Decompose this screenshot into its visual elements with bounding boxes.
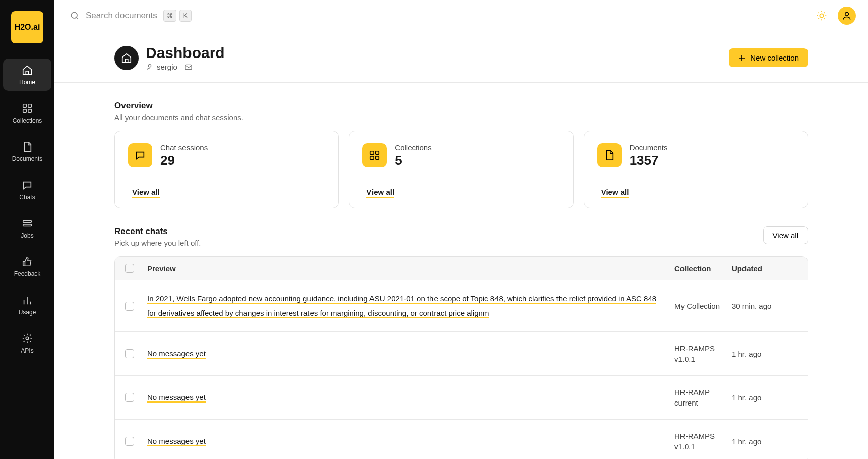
chat-preview-link[interactable]: No messages yet <box>147 393 206 403</box>
svg-rect-14 <box>370 156 374 159</box>
column-header-preview: Preview <box>147 264 674 273</box>
view-all-link[interactable]: View all <box>132 188 160 198</box>
sidebar-item-apis[interactable]: APIs <box>3 327 51 359</box>
card-chat-sessions: Chat sessions 29 View all <box>114 131 339 208</box>
new-collection-button[interactable]: New collection <box>729 48 808 67</box>
card-documents: Documents 1357 View all <box>584 131 808 208</box>
sun-icon <box>816 10 827 21</box>
row-checkbox[interactable] <box>125 349 134 358</box>
view-all-link[interactable]: View all <box>601 188 629 198</box>
grid-icon <box>22 103 33 114</box>
table-row: No messages yet HR-RAMPS v1.0.1 1 hr. ag… <box>115 332 808 376</box>
recent-chats-section: Recent chats Pick up where you left off.… <box>93 208 829 459</box>
view-all-link[interactable]: View all <box>366 188 394 198</box>
chat-preview-link[interactable]: No messages yet <box>147 349 206 359</box>
brand-logo[interactable]: H2O.ai <box>11 11 43 43</box>
card-value: 1357 <box>630 153 668 168</box>
chat-icon <box>135 150 146 161</box>
svg-rect-12 <box>370 151 374 154</box>
svg-rect-4 <box>23 221 32 223</box>
card-collections: Collections 5 View all <box>349 131 573 208</box>
table-row: No messages yet HR-RAMP current 1 hr. ag… <box>115 376 808 420</box>
user-avatar[interactable] <box>838 7 856 25</box>
document-icon <box>22 141 33 152</box>
sidebar-item-collections[interactable]: Collections <box>3 97 51 129</box>
mail-icon <box>184 63 193 71</box>
column-header-updated: Updated <box>732 264 797 273</box>
jobs-icon <box>22 218 33 229</box>
card-value: 5 <box>395 153 431 168</box>
bar-chart-icon <box>22 295 33 306</box>
search-input[interactable]: Search documents ⌘ K <box>70 10 192 22</box>
row-checkbox[interactable] <box>125 437 134 446</box>
recent-chats-table: Preview Collection Updated In 2021, Well… <box>114 256 808 459</box>
grid-icon <box>369 150 380 161</box>
svg-rect-15 <box>376 156 379 159</box>
thumbs-up-icon <box>22 256 33 267</box>
sidebar-item-documents[interactable]: Documents <box>3 135 51 167</box>
svg-rect-3 <box>28 109 31 112</box>
page-icon <box>114 46 139 70</box>
sidebar-item-chats[interactable]: Chats <box>3 174 51 206</box>
search-placeholder: Search documents <box>86 11 157 21</box>
select-all-checkbox[interactable] <box>125 264 134 273</box>
kbd-cmd: ⌘ <box>163 10 176 22</box>
row-updated: 1 hr. ago <box>732 393 761 402</box>
chat-preview-link[interactable]: No messages yet <box>147 437 206 446</box>
row-collection: My Collection <box>674 302 720 310</box>
sidebar: H2O.ai Home Collections Documents Chats … <box>0 0 54 459</box>
sidebar-item-label: Jobs <box>21 232 33 239</box>
overview-subtitle: All your documents and chat sessions. <box>114 113 243 122</box>
row-checkbox[interactable] <box>125 302 134 311</box>
row-updated: 1 hr. ago <box>732 437 761 446</box>
sidebar-item-label: Chats <box>19 194 35 201</box>
theme-toggle-button[interactable] <box>813 7 831 25</box>
home-icon <box>121 52 132 64</box>
row-checkbox[interactable] <box>125 393 134 402</box>
svg-rect-5 <box>23 224 32 226</box>
sidebar-item-label: APIs <box>21 347 33 354</box>
view-all-button[interactable]: View all <box>763 226 808 244</box>
home-icon <box>22 65 33 76</box>
chat-preview-link[interactable]: In 2021, Wells Fargo adopted new account… <box>147 294 656 318</box>
column-header-collection: Collection <box>674 264 732 273</box>
svg-rect-0 <box>23 104 26 107</box>
page-title: Dashboard <box>146 44 225 62</box>
sidebar-item-label: Home <box>19 79 35 86</box>
overview-title: Overview <box>114 101 243 111</box>
svg-point-6 <box>26 337 29 340</box>
document-icon <box>604 150 615 161</box>
search-icon <box>70 11 80 21</box>
svg-point-7 <box>71 12 77 18</box>
svg-point-9 <box>845 12 849 16</box>
table-row: No messages yet HR-RAMPS v1.0.1 1 hr. ag… <box>115 420 808 459</box>
plus-icon <box>738 54 746 62</box>
kbd-k: K <box>179 10 192 22</box>
row-updated: 1 hr. ago <box>732 350 761 358</box>
chat-icon <box>22 180 33 191</box>
page-header: Dashboard sergio <box>54 31 868 83</box>
sidebar-item-jobs[interactable]: Jobs <box>3 212 51 244</box>
sidebar-item-usage[interactable]: Usage <box>3 289 51 321</box>
card-label: Collections <box>395 143 431 152</box>
card-label: Documents <box>630 143 668 152</box>
recent-title: Recent chats <box>114 226 201 237</box>
row-collection: HR-RAMPS v1.0.1 <box>674 432 715 451</box>
sidebar-item-label: Feedback <box>14 270 41 277</box>
svg-point-10 <box>148 64 151 67</box>
sidebar-item-label: Usage <box>19 309 36 316</box>
table-row: In 2021, Wells Fargo adopted new account… <box>115 280 808 332</box>
sidebar-item-home[interactable]: Home <box>3 59 51 91</box>
svg-rect-13 <box>376 151 379 154</box>
gear-icon <box>22 333 33 344</box>
card-value: 29 <box>160 153 208 168</box>
page-user: sergio <box>146 63 177 71</box>
sidebar-item-label: Documents <box>12 155 43 162</box>
recent-subtitle: Pick up where you left off. <box>114 239 201 247</box>
svg-rect-1 <box>28 104 31 107</box>
sidebar-item-feedback[interactable]: Feedback <box>3 250 51 282</box>
overview-section: Overview All your documents and chat ses… <box>93 83 829 208</box>
svg-point-8 <box>820 14 823 17</box>
user-icon <box>146 63 154 71</box>
row-collection: HR-RAMP current <box>674 388 710 407</box>
